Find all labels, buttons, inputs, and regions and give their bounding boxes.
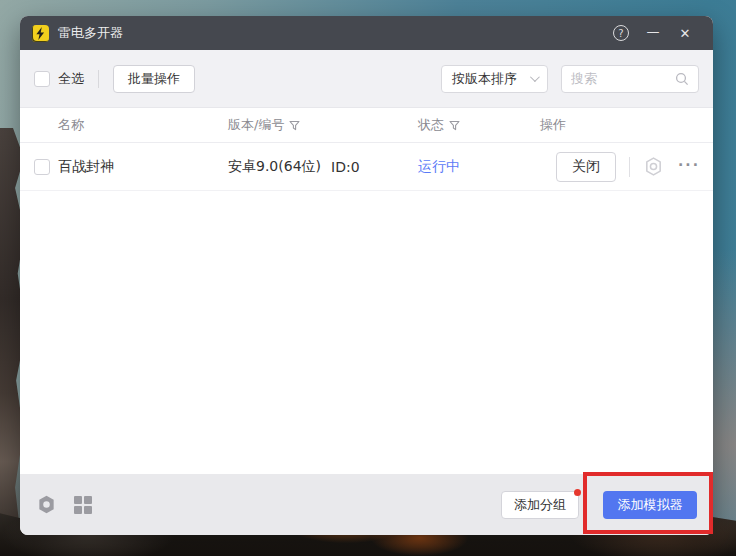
header-status-label: 状态 [418, 116, 444, 134]
select-all-checkbox[interactable] [34, 71, 50, 87]
row-version-cell: 安卓9.0(64位) ID:0 [228, 158, 418, 176]
status-filter-icon[interactable] [449, 120, 460, 131]
version-filter-icon[interactable] [289, 120, 300, 131]
minimize-icon: — [647, 24, 660, 39]
table-header: 名称 版本/编号 状态 操作 [20, 108, 713, 143]
add-emulator-button[interactable]: 添加模拟器 [603, 491, 697, 519]
toolbar-divider [98, 70, 99, 88]
app-window: 雷电多开器 ? — ✕ 全选 批量操作 按版本排序 [20, 16, 713, 535]
search-input[interactable] [571, 71, 675, 86]
minimize-button[interactable]: — [637, 16, 669, 50]
list-empty-area [20, 191, 713, 474]
close-emulator-button[interactable]: 关闭 [556, 152, 616, 182]
help-button[interactable]: ? [605, 16, 637, 50]
header-version: 版本/编号 [228, 116, 418, 134]
footer-bar: 添加分组 添加模拟器 [20, 474, 713, 535]
grid-square [84, 496, 92, 504]
row-checkbox[interactable] [34, 159, 50, 175]
table-row: 百战封神 安卓9.0(64位) ID:0 运行中 关闭 ··· [20, 143, 713, 191]
search-box [561, 65, 699, 93]
search-icon [675, 72, 689, 86]
operations-divider [629, 157, 630, 177]
help-icon: ? [613, 25, 629, 41]
select-all-label: 全选 [58, 70, 84, 88]
close-icon: ✕ [680, 26, 691, 41]
close-button[interactable]: ✕ [669, 16, 701, 50]
android-version: 安卓9.0(64位) [228, 158, 321, 176]
window-title: 雷电多开器 [58, 24, 123, 42]
chevron-down-icon [530, 72, 540, 82]
sort-dropdown[interactable]: 按版本排序 [441, 65, 548, 93]
titlebar: 雷电多开器 ? — ✕ [20, 16, 713, 50]
instance-id: ID:0 [331, 159, 360, 175]
row-settings-icon[interactable] [643, 156, 664, 177]
app-logo-icon [32, 25, 49, 42]
grid-square [74, 506, 82, 514]
header-status: 状态 [418, 116, 540, 134]
header-operations: 操作 [540, 116, 713, 134]
lightning-bolt-icon [35, 27, 46, 40]
settings-nut-icon [36, 494, 57, 515]
window-controls: ? — ✕ [605, 16, 701, 50]
header-name: 名称 [58, 116, 228, 134]
settings-button[interactable] [36, 494, 57, 515]
toolbar: 全选 批量操作 按版本排序 [20, 50, 713, 108]
multi-instance-grid-button[interactable] [74, 496, 92, 514]
row-operations-cell: 关闭 ··· [540, 152, 713, 182]
grid-square [84, 506, 92, 514]
notification-dot [574, 489, 581, 496]
emulator-name: 百战封神 [58, 158, 228, 176]
status-badge: 运行中 [418, 158, 460, 176]
grid-square [74, 496, 82, 504]
footer-right: 添加分组 添加模拟器 [501, 491, 697, 519]
sort-dropdown-value: 按版本排序 [452, 70, 517, 88]
row-status-cell: 运行中 [418, 158, 540, 176]
row-checkbox-cell [34, 159, 58, 175]
add-group-label: 添加分组 [514, 496, 566, 514]
more-options-button[interactable]: ··· [678, 157, 700, 173]
header-version-label: 版本/编号 [228, 116, 284, 134]
batch-operations-button[interactable]: 批量操作 [113, 65, 195, 93]
add-group-button[interactable]: 添加分组 [501, 491, 579, 519]
toolbar-right: 按版本排序 [441, 65, 699, 93]
